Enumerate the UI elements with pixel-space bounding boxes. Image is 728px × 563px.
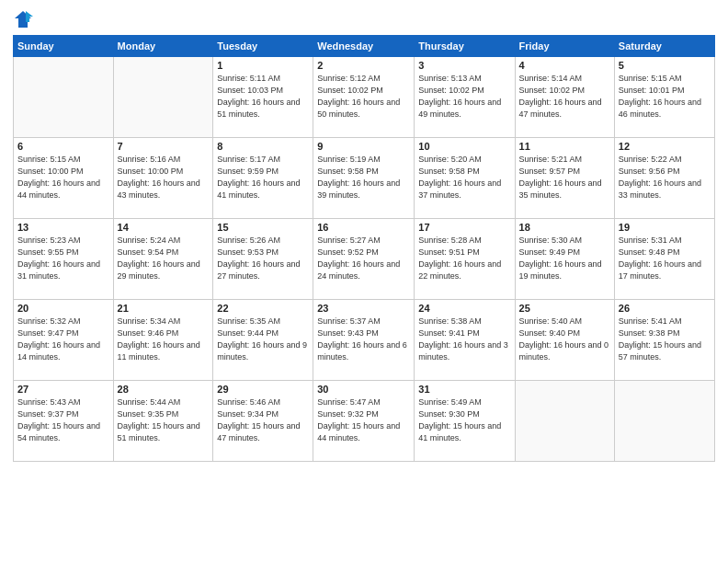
table-row: 23Sunrise: 5:37 AM Sunset: 9:43 PM Dayli… [313, 300, 415, 381]
day-info: Sunrise: 5:13 AM Sunset: 10:02 PM Daylig… [418, 73, 510, 121]
table-row: 31Sunrise: 5:49 AM Sunset: 9:30 PM Dayli… [415, 381, 515, 462]
day-info: Sunrise: 5:46 AM Sunset: 9:34 PM Dayligh… [217, 396, 309, 444]
table-row: 2Sunrise: 5:12 AM Sunset: 10:02 PM Dayli… [313, 57, 415, 138]
day-number: 1 [217, 60, 309, 71]
table-row: 13Sunrise: 5:23 AM Sunset: 9:55 PM Dayli… [14, 219, 114, 300]
day-info: Sunrise: 5:40 AM Sunset: 9:40 PM Dayligh… [519, 316, 610, 363]
day-number: 17 [418, 222, 510, 233]
day-number: 12 [619, 141, 711, 152]
calendar-week-row: 13Sunrise: 5:23 AM Sunset: 9:55 PM Dayli… [14, 219, 715, 300]
table-row: 18Sunrise: 5:30 AM Sunset: 9:49 PM Dayli… [515, 219, 614, 300]
table-row: 22Sunrise: 5:35 AM Sunset: 9:44 PM Dayli… [213, 300, 313, 381]
day-number: 29 [217, 384, 309, 395]
day-info: Sunrise: 5:22 AM Sunset: 9:56 PM Dayligh… [619, 154, 711, 201]
day-info: Sunrise: 5:20 AM Sunset: 9:58 PM Dayligh… [418, 154, 510, 201]
day-number: 15 [217, 222, 309, 233]
table-row: 6Sunrise: 5:15 AM Sunset: 10:00 PM Dayli… [14, 138, 114, 219]
col-monday: Monday [113, 36, 213, 57]
table-row: 27Sunrise: 5:43 AM Sunset: 9:37 PM Dayli… [14, 381, 114, 462]
day-info: Sunrise: 5:24 AM Sunset: 9:54 PM Dayligh… [118, 235, 210, 282]
day-number: 21 [118, 303, 210, 314]
day-info: Sunrise: 5:44 AM Sunset: 9:35 PM Dayligh… [118, 396, 210, 444]
day-number: 4 [519, 60, 610, 71]
col-saturday: Saturday [614, 36, 714, 57]
day-info: Sunrise: 5:21 AM Sunset: 9:57 PM Dayligh… [519, 154, 610, 201]
table-row [515, 381, 614, 462]
col-tuesday: Tuesday [213, 36, 313, 57]
table-row [113, 57, 213, 138]
col-friday: Friday [515, 36, 614, 57]
day-info: Sunrise: 5:19 AM Sunset: 9:58 PM Dayligh… [317, 154, 410, 201]
day-info: Sunrise: 5:26 AM Sunset: 9:53 PM Dayligh… [217, 235, 309, 282]
day-number: 20 [17, 303, 109, 314]
day-number: 23 [317, 303, 410, 314]
day-number: 31 [418, 384, 510, 395]
calendar-week-row: 20Sunrise: 5:32 AM Sunset: 9:47 PM Dayli… [14, 300, 715, 381]
table-row [14, 57, 114, 138]
page: Sunday Monday Tuesday Wednesday Thursday… [0, 0, 728, 563]
table-row: 26Sunrise: 5:41 AM Sunset: 9:38 PM Dayli… [614, 300, 714, 381]
day-number: 19 [619, 222, 711, 233]
day-info: Sunrise: 5:32 AM Sunset: 9:47 PM Dayligh… [17, 316, 109, 363]
day-number: 28 [118, 384, 210, 395]
day-number: 13 [17, 222, 109, 233]
table-row: 10Sunrise: 5:20 AM Sunset: 9:58 PM Dayli… [415, 138, 515, 219]
day-number: 27 [17, 384, 109, 395]
day-info: Sunrise: 5:35 AM Sunset: 9:44 PM Dayligh… [217, 316, 309, 363]
table-row: 24Sunrise: 5:38 AM Sunset: 9:41 PM Dayli… [415, 300, 515, 381]
day-number: 11 [519, 141, 610, 152]
svg-marker-1 [26, 11, 33, 22]
day-number: 14 [118, 222, 210, 233]
col-sunday: Sunday [14, 36, 114, 57]
day-info: Sunrise: 5:15 AM Sunset: 10:00 PM Daylig… [17, 154, 109, 201]
day-info: Sunrise: 5:11 AM Sunset: 10:03 PM Daylig… [217, 73, 309, 121]
day-info: Sunrise: 5:30 AM Sunset: 9:49 PM Dayligh… [519, 235, 610, 282]
table-row [614, 381, 714, 462]
table-row: 17Sunrise: 5:28 AM Sunset: 9:51 PM Dayli… [415, 219, 515, 300]
day-info: Sunrise: 5:27 AM Sunset: 9:52 PM Dayligh… [317, 235, 410, 282]
day-info: Sunrise: 5:17 AM Sunset: 9:59 PM Dayligh… [217, 154, 309, 201]
day-info: Sunrise: 5:16 AM Sunset: 10:00 PM Daylig… [118, 154, 210, 201]
day-number: 22 [217, 303, 309, 314]
day-number: 16 [317, 222, 410, 233]
calendar-header-row: Sunday Monday Tuesday Wednesday Thursday… [14, 36, 715, 57]
table-row: 20Sunrise: 5:32 AM Sunset: 9:47 PM Dayli… [14, 300, 114, 381]
table-row: 16Sunrise: 5:27 AM Sunset: 9:52 PM Dayli… [313, 219, 415, 300]
day-info: Sunrise: 5:34 AM Sunset: 9:46 PM Dayligh… [118, 316, 210, 363]
table-row: 1Sunrise: 5:11 AM Sunset: 10:03 PM Dayli… [213, 57, 313, 138]
table-row: 5Sunrise: 5:15 AM Sunset: 10:01 PM Dayli… [614, 57, 714, 138]
day-number: 10 [418, 141, 510, 152]
calendar-week-row: 27Sunrise: 5:43 AM Sunset: 9:37 PM Dayli… [14, 381, 715, 462]
day-info: Sunrise: 5:15 AM Sunset: 10:01 PM Daylig… [619, 73, 711, 121]
day-number: 7 [118, 141, 210, 152]
day-info: Sunrise: 5:37 AM Sunset: 9:43 PM Dayligh… [317, 316, 410, 363]
day-info: Sunrise: 5:28 AM Sunset: 9:51 PM Dayligh… [418, 235, 510, 282]
table-row: 21Sunrise: 5:34 AM Sunset: 9:46 PM Dayli… [113, 300, 213, 381]
logo-icon [13, 9, 33, 29]
day-info: Sunrise: 5:41 AM Sunset: 9:38 PM Dayligh… [619, 316, 711, 363]
table-row: 7Sunrise: 5:16 AM Sunset: 10:00 PM Dayli… [113, 138, 213, 219]
table-row: 9Sunrise: 5:19 AM Sunset: 9:58 PM Daylig… [313, 138, 415, 219]
table-row: 19Sunrise: 5:31 AM Sunset: 9:48 PM Dayli… [614, 219, 714, 300]
table-row: 8Sunrise: 5:17 AM Sunset: 9:59 PM Daylig… [213, 138, 313, 219]
day-info: Sunrise: 5:47 AM Sunset: 9:32 PM Dayligh… [317, 396, 410, 444]
day-number: 5 [619, 60, 711, 71]
table-row: 28Sunrise: 5:44 AM Sunset: 9:35 PM Dayli… [113, 381, 213, 462]
day-info: Sunrise: 5:38 AM Sunset: 9:41 PM Dayligh… [418, 316, 510, 363]
table-row: 30Sunrise: 5:47 AM Sunset: 9:32 PM Dayli… [313, 381, 415, 462]
day-number: 26 [619, 303, 711, 314]
calendar-week-row: 1Sunrise: 5:11 AM Sunset: 10:03 PM Dayli… [14, 57, 715, 138]
calendar-week-row: 6Sunrise: 5:15 AM Sunset: 10:00 PM Dayli… [14, 138, 715, 219]
table-row: 12Sunrise: 5:22 AM Sunset: 9:56 PM Dayli… [614, 138, 714, 219]
table-row: 14Sunrise: 5:24 AM Sunset: 9:54 PM Dayli… [113, 219, 213, 300]
day-number: 9 [317, 141, 410, 152]
col-thursday: Thursday [415, 36, 515, 57]
table-row: 25Sunrise: 5:40 AM Sunset: 9:40 PM Dayli… [515, 300, 614, 381]
calendar-table: Sunday Monday Tuesday Wednesday Thursday… [13, 35, 715, 462]
day-info: Sunrise: 5:43 AM Sunset: 9:37 PM Dayligh… [17, 396, 109, 444]
table-row: 11Sunrise: 5:21 AM Sunset: 9:57 PM Dayli… [515, 138, 614, 219]
day-number: 2 [317, 60, 410, 71]
day-number: 25 [519, 303, 610, 314]
day-info: Sunrise: 5:14 AM Sunset: 10:02 PM Daylig… [519, 73, 610, 121]
day-number: 8 [217, 141, 309, 152]
